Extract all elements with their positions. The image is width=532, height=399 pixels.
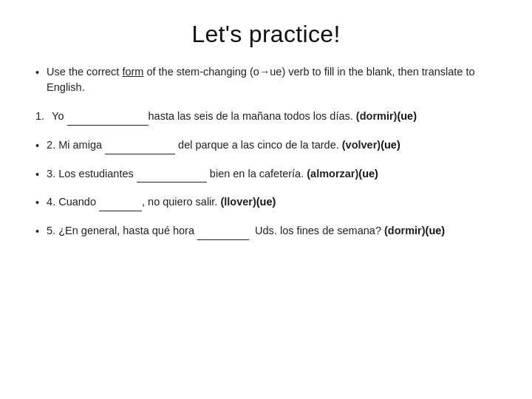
exercise-1-number: 1. — [35, 109, 44, 125]
exercise-2: • 2. Mi amiga del parque a las cinco de … — [35, 137, 497, 154]
ue-2: (ue) — [381, 139, 400, 151]
blank-3[interactable] — [137, 166, 207, 183]
verb-4: (llover) — [220, 196, 256, 208]
ue-1: (ue) — [397, 110, 417, 122]
ue-4: (ue) — [256, 196, 276, 208]
exercise-3: • 3. Los estudiantes bien en la cafeterí… — [35, 166, 497, 183]
page-title: Let's practice! — [35, 21, 497, 48]
blank-2[interactable] — [105, 137, 175, 154]
exercise-5: • 5. ¿En general, hasta qué hora Uds. lo… — [35, 223, 497, 240]
verb-2: (volver) — [342, 139, 381, 151]
exercise-1: 1. Yo hasta las seis de la mañana todos … — [35, 109, 497, 126]
exercise-4-text: 4. Cuando , no quiero salir. (llover)(ue… — [47, 194, 276, 211]
exercise-5-bullet: • — [35, 224, 39, 240]
exercise-1-text: Yo hasta las seis de la mañana todos los… — [52, 109, 417, 126]
instruction-block: • Use the correct form of the stem-chang… — [35, 64, 497, 95]
verb-5: (dormir) — [384, 225, 426, 236]
exercise-2-bullet: • — [35, 138, 39, 154]
verb-1: (dormir) — [356, 110, 398, 122]
verb-3: (almorzar) — [307, 168, 358, 180]
exercise-2-text: 2. Mi amiga del parque a las cinco de la… — [47, 137, 400, 154]
ue-3: (ue) — [358, 168, 378, 180]
instruction-bullet: • — [35, 65, 39, 81]
exercise-4-bullet: • — [35, 195, 39, 211]
blank-4[interactable] — [99, 194, 142, 211]
exercise-3-text: 3. Los estudiantes bien en la cafetería.… — [47, 166, 378, 183]
exercise-3-bullet: • — [35, 167, 39, 183]
blank-5[interactable] — [197, 223, 249, 240]
instruction-text: Use the correct form of the stem-changin… — [47, 64, 497, 95]
exercise-4: • 4. Cuando , no quiero salir. (llover)(… — [35, 194, 497, 211]
exercise-5-text: 5. ¿En general, hasta qué hora Uds. los … — [47, 223, 445, 240]
ue-5: (ue) — [426, 225, 446, 236]
page: Let's practice! • Use the correct form o… — [0, 0, 532, 399]
blank-1[interactable] — [67, 109, 149, 126]
